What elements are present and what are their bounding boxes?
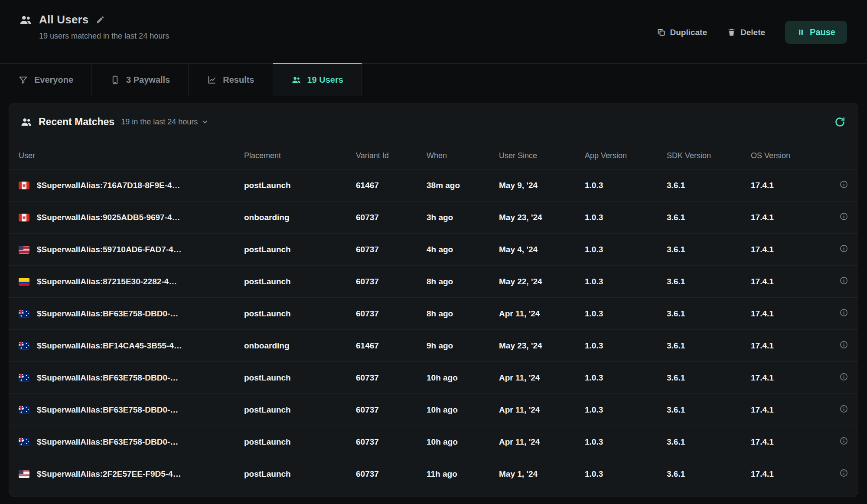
table-row[interactable]: $SuperwallAlias:BF63E758-DBD0-… postLaun… [9, 426, 858, 458]
col-variant-id: Variant Id [356, 151, 427, 160]
user-since-cell: May 1, '24 [499, 469, 585, 479]
placement-cell: postLaunch [244, 373, 356, 383]
tab-bar: Everyone 3 Paywalls Results 19 Users [0, 63, 867, 96]
row-info-button[interactable] [839, 404, 848, 413]
when-cell: 38m ago [427, 181, 499, 190]
user-since-cell: Apr 11, '24 [499, 373, 585, 383]
variant-id-cell: 60737 [356, 277, 427, 286]
os-version-cell: 17.4.1 [751, 245, 824, 254]
sdk-version-cell: 3.6.1 [667, 181, 751, 190]
time-range-dropdown[interactable]: 19 in the last 24 hours [121, 117, 209, 127]
users-icon [20, 116, 32, 128]
delete-button[interactable]: Delete [727, 28, 765, 37]
table-row[interactable]: $SuperwallAlias:2F2E57EE-F9D5-4… postLau… [9, 458, 858, 490]
variant-id-cell: 61467 [356, 341, 427, 351]
os-version-cell: 17.4.1 [751, 309, 824, 319]
info-icon [839, 212, 848, 221]
row-info-button[interactable] [839, 436, 848, 445]
table-row[interactable]: $SuperwallAlias:BF63E758-DBD0-… postLaun… [9, 394, 858, 426]
app-version-cell: 1.0.3 [585, 437, 667, 447]
table-row[interactable]: $SuperwallAlias:9025ADB5-9697-4… onboard… [9, 202, 858, 234]
sdk-version-cell: 3.6.1 [667, 245, 751, 254]
placement-cell: postLaunch [244, 309, 356, 319]
placement-cell: postLaunch [244, 405, 356, 415]
table-row[interactable]: $SuperwallAlias:BF14CA45-3B55-4… onboard… [9, 330, 858, 362]
placement-cell: postLaunch [244, 277, 356, 286]
when-cell: 10h ago [427, 373, 499, 383]
app-version-cell: 1.0.3 [585, 309, 667, 319]
sdk-version-cell: 3.6.1 [667, 341, 751, 351]
user-alias: $SuperwallAlias:BF14CA45-3B55-4… [37, 341, 182, 351]
placement-cell: postLaunch [244, 469, 356, 479]
user-alias: $SuperwallAlias:9025ADB5-9697-4… [37, 213, 180, 222]
row-info-button[interactable] [839, 308, 848, 317]
info-icon [839, 468, 848, 478]
row-info-button[interactable] [839, 244, 848, 253]
country-flag-icon [19, 310, 29, 318]
user-since-cell: May 22, '24 [499, 277, 585, 286]
sdk-version-cell: 3.6.1 [667, 213, 751, 222]
info-icon [839, 372, 848, 381]
trash-icon [727, 28, 736, 37]
os-version-cell: 17.4.1 [751, 341, 824, 351]
table-row[interactable]: $SuperwallAlias:716A7D18-8F9E-4… postLau… [9, 169, 858, 202]
info-icon [839, 340, 848, 349]
user-since-cell: May 23, '24 [499, 213, 585, 222]
duplicate-button[interactable]: Duplicate [657, 28, 707, 37]
users-icon [291, 75, 301, 85]
table-row[interactable]: $SuperwallAlias:59710AD6-FAD7-4… postLau… [9, 234, 858, 266]
tab-users-label: 19 Users [307, 75, 343, 85]
variant-id-cell: 61467 [356, 181, 427, 190]
user-since-cell: Apr 11, '24 [499, 309, 585, 319]
row-info-button[interactable] [839, 180, 848, 189]
country-flag-icon [19, 342, 29, 350]
time-range-label: 19 in the last 24 hours [121, 117, 198, 127]
table-row[interactable]: $SuperwallAlias:87215E30-2282-4… postLau… [9, 266, 858, 298]
col-os-version: OS Version [751, 151, 824, 160]
row-info-button[interactable] [839, 276, 848, 285]
row-info-button[interactable] [839, 340, 848, 349]
country-flag-icon [19, 182, 29, 189]
users-icon [19, 13, 32, 26]
variant-id-cell: 60737 [356, 405, 427, 415]
col-placement: Placement [244, 151, 356, 160]
row-info-button[interactable] [839, 468, 848, 478]
table-row[interactable]: $SuperwallAlias:BF63E758-DBD0-… postLaun… [9, 298, 858, 330]
table-row[interactable]: $SuperwallAlias:BF63E758-DBD0-… postLaun… [9, 362, 858, 394]
user-alias: $SuperwallAlias:BF63E758-DBD0-… [37, 437, 178, 447]
tab-paywalls[interactable]: 3 Paywalls [92, 63, 189, 96]
info-icon [839, 244, 848, 253]
row-info-button[interactable] [839, 372, 848, 381]
placement-cell: postLaunch [244, 181, 356, 190]
country-flag-icon [19, 246, 29, 254]
user-alias: $SuperwallAlias:2F2E57EE-F9D5-4… [37, 469, 181, 479]
refresh-button[interactable] [834, 116, 846, 128]
info-icon [839, 276, 848, 285]
app-version-cell: 1.0.3 [585, 373, 667, 383]
col-user-since: User Since [499, 151, 585, 160]
tab-results-label: Results [223, 75, 254, 85]
tab-results[interactable]: Results [189, 63, 273, 96]
delete-label: Delete [740, 28, 765, 37]
app-version-cell: 1.0.3 [585, 181, 667, 190]
tab-everyone[interactable]: Everyone [0, 63, 92, 96]
user-alias: $SuperwallAlias:BF63E758-DBD0-… [37, 309, 178, 319]
user-alias: $SuperwallAlias:BF63E758-DBD0-… [37, 373, 178, 383]
col-when: When [427, 151, 499, 160]
when-cell: 11h ago [427, 469, 499, 479]
tab-users[interactable]: 19 Users [273, 63, 362, 96]
when-cell: 10h ago [427, 437, 499, 447]
pause-label: Pause [810, 27, 835, 37]
recent-matches-panel: Recent Matches 19 in the last 24 hours U… [9, 103, 858, 497]
col-user: User [19, 151, 244, 160]
table-header: User Placement Variant Id When User Sinc… [9, 142, 858, 169]
edit-pencil-icon[interactable] [96, 15, 105, 24]
user-since-cell: May 4, '24 [499, 245, 585, 254]
row-info-button[interactable] [839, 212, 848, 221]
app-version-cell: 1.0.3 [585, 469, 667, 479]
app-version-cell: 1.0.3 [585, 277, 667, 286]
app-version-cell: 1.0.3 [585, 405, 667, 415]
pause-button[interactable]: Pause [785, 21, 847, 44]
placement-cell: onboarding [244, 341, 356, 351]
sdk-version-cell: 3.6.1 [667, 277, 751, 286]
